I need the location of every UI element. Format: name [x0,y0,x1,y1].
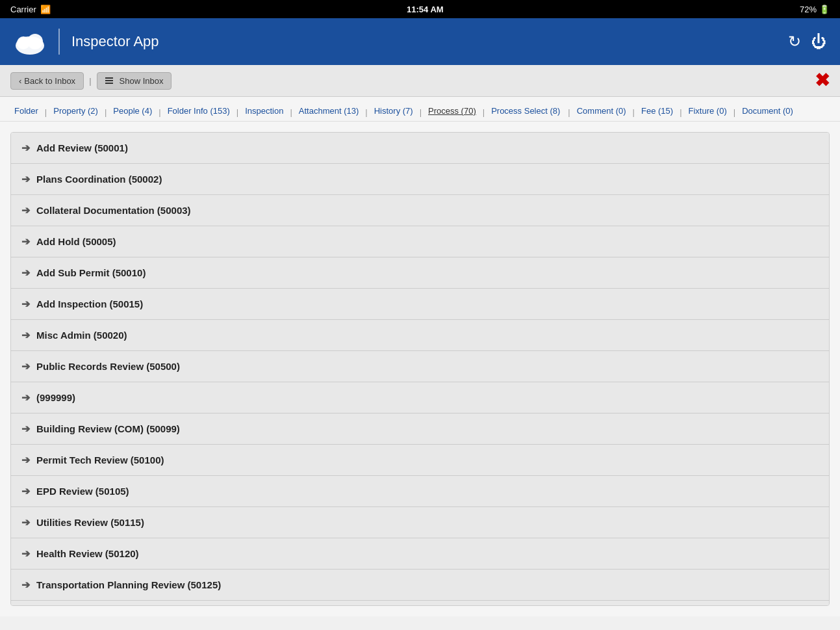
list-item-label: (999999) [36,392,75,403]
show-inbox-label: Show Inbox [120,76,164,86]
logo-divider [58,29,60,55]
main-content: ➔Add Review (50001)➔Plans Coordination (… [0,122,840,616]
tab-inspection[interactable]: Inspection [244,103,285,121]
tab-folder[interactable]: Folder [13,103,40,121]
status-bar: Carrier 📶 11:54 AM 72% 🔋 [0,0,840,18]
status-left: Carrier 📶 [10,5,51,14]
tab-comment[interactable]: Comment (0) [576,103,628,121]
back-chevron-icon: ‹ [19,76,21,86]
tab-folder-info[interactable]: Folder Info (153) [166,103,231,121]
process-arrow-icon: ➔ [21,516,30,529]
list-item-label: Public Records Review (50500) [36,361,180,372]
hamburger-icon [105,77,113,84]
refresh-icon: ↻ [788,33,801,50]
list-item-label: Plans Coordination (50002) [36,174,162,185]
tab-history[interactable]: History (7) [373,103,414,121]
show-inbox-button[interactable]: Show Inbox [97,72,172,90]
process-arrow-icon: ➔ [21,142,30,154]
list-item-label: Add Sub Permit (50010) [36,267,146,278]
list-item-label: Building Review (COM) (50099) [36,423,180,434]
list-item-label: Permit Tech Review (50100) [36,454,164,466]
process-list: ➔Add Review (50001)➔Plans Coordination (… [10,132,830,606]
carrier-label: Carrier [10,5,36,14]
list-item-label: Utilities Review (50115) [36,517,144,528]
list-item[interactable]: ➔Health Review (50120) [11,538,829,570]
list-item-label: Add Hold (50005) [36,236,116,247]
logo-cloud-icon [13,27,47,56]
app-header: Inspector App ↻ ⏻ [0,18,840,65]
list-item[interactable]: ➔Concurrency Review (50132) [11,601,829,606]
list-item[interactable]: ➔Add Review (50001) [11,133,829,164]
process-arrow-icon: ➔ [21,204,30,217]
status-right: 72% 🔋 [800,5,830,14]
svg-point-2 [27,34,43,49]
back-to-inbox-button[interactable]: ‹ Back to Inbox [10,72,84,90]
tab-process[interactable]: Process (70) [427,103,477,121]
tab-document[interactable]: Document (0) [741,103,795,121]
list-item-label: Add Inspection (50015) [36,298,143,309]
list-item[interactable]: ➔Plans Coordination (50002) [11,164,829,195]
power-button[interactable]: ⏻ [811,33,827,51]
list-item[interactable]: ➔Transportation Planning Review (50125) [11,570,829,601]
status-time: 11:54 AM [407,5,444,14]
toolbar: ‹ Back to Inbox | Show Inbox ✖ [0,65,840,97]
tab-fixture[interactable]: Fixture (0) [687,103,728,121]
process-arrow-icon: ➔ [21,423,30,435]
list-item[interactable]: ➔Public Records Review (50500) [11,351,829,382]
list-item[interactable]: ➔(999999) [11,382,829,413]
close-button[interactable]: ✖ [815,72,830,90]
list-item[interactable]: ➔Collateral Documentation (50003) [11,195,829,226]
list-item[interactable]: ➔Utilities Review (50115) [11,507,829,538]
toolbar-separator: | [89,76,91,86]
process-arrow-icon: ➔ [21,360,30,373]
list-item[interactable]: ➔Permit Tech Review (50100) [11,445,829,476]
tab-process-select[interactable]: Process Select (8) [490,103,561,121]
tab-property[interactable]: Property (2) [52,103,99,121]
list-item[interactable]: ➔Add Sub Permit (50010) [11,257,829,289]
refresh-button[interactable]: ↻ [788,33,801,51]
list-item-label: Health Review (50120) [36,548,139,559]
wifi-icon: 📶 [40,5,51,14]
tab-people[interactable]: People (4) [112,103,153,121]
process-arrow-icon: ➔ [21,267,30,279]
list-item-label: EPD Review (50105) [36,486,129,497]
process-arrow-icon: ➔ [21,579,30,591]
battery-icon: 🔋 [819,5,830,14]
list-item[interactable]: ➔Add Inspection (50015) [11,289,829,320]
process-arrow-icon: ➔ [21,547,30,560]
list-item[interactable]: ➔Misc Admin (50020) [11,320,829,351]
process-arrow-icon: ➔ [21,329,30,341]
list-item[interactable]: ➔Add Hold (50005) [11,226,829,257]
list-item-label: Transportation Planning Review (50125) [36,579,221,590]
power-icon: ⏻ [811,33,827,50]
list-item[interactable]: ➔EPD Review (50105) [11,476,829,507]
process-arrow-icon: ➔ [21,298,30,310]
process-arrow-icon: ➔ [21,454,30,466]
list-item-label: Collateral Documentation (50003) [36,205,191,216]
tab-fee[interactable]: Fee (15) [640,103,674,121]
nav-tabs: Folder | Property (2) | People (4) | Fol… [0,97,840,122]
app-logo: Inspector App [13,27,159,56]
battery-label: 72% [800,5,817,14]
back-to-inbox-label: Back to Inbox [24,76,75,86]
tab-attachment[interactable]: Attachment (13) [298,103,361,121]
list-item[interactable]: ➔Building Review (COM) (50099) [11,413,829,445]
header-actions: ↻ ⏻ [788,33,827,51]
list-item-label: Add Review (50001) [36,142,128,153]
process-arrow-icon: ➔ [21,485,30,497]
process-arrow-icon: ➔ [21,235,30,248]
process-arrow-icon: ➔ [21,391,30,404]
app-title: Inspector App [71,33,159,50]
process-arrow-icon: ➔ [21,173,30,185]
list-item-label: Misc Admin (50020) [36,330,127,341]
